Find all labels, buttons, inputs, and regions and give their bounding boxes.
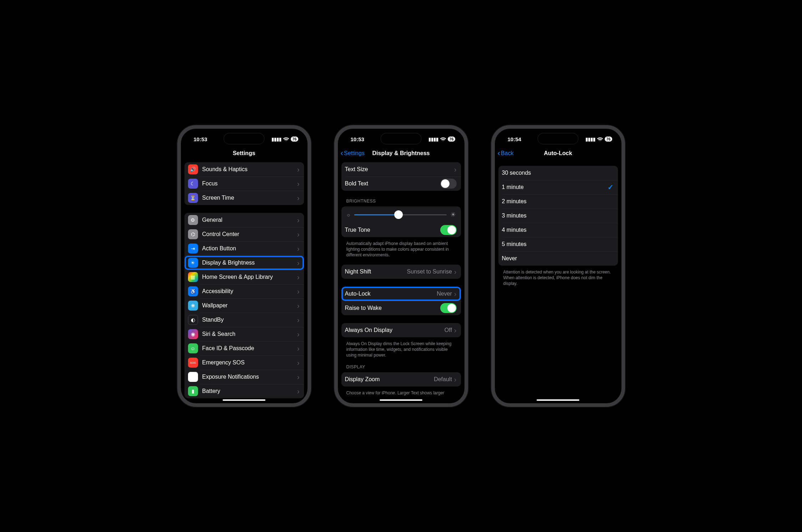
autolock-option-never[interactable]: Never [498,251,618,266]
row-label: Focus [202,180,297,187]
phone-display-brightness: 10:53 ▮▮▮▮ 76 ‹ Settings Display & Brigh… [334,125,468,407]
brightness-header: BRIGHTNESS [341,199,461,205]
settings-row-face-id-passcode[interactable]: ☺Face ID & Passcode› [184,341,304,355]
autolock-option-1-minute[interactable]: 1 minute✓ [498,180,618,194]
settings-row-emergency-sos[interactable]: SOSEmergency SOS› [184,355,304,370]
true-tone-row[interactable]: True Tone [341,223,461,237]
home-indicator[interactable] [537,399,579,401]
row-value: Default [434,376,452,383]
brightness-slider-row[interactable]: ☼ ☀ [341,206,461,223]
chevron-right-icon: › [297,259,300,266]
row-label: Action Button [202,245,297,252]
bold-text-toggle[interactable] [440,179,457,189]
row-label: Battery [202,388,297,394]
settings-row-focus[interactable]: ☾Focus› [184,177,304,191]
chevron-left-icon: ‹ [498,149,500,157]
home-indicator[interactable] [380,399,422,401]
chevron-right-icon: › [454,376,457,383]
chevron-right-icon: › [297,288,300,295]
sos-icon: SOS [188,358,198,368]
row-label: Bold Text [345,180,440,187]
hourglass-icon: ⏳ [188,193,198,203]
display-header: DISPLAY [341,364,461,371]
settings-row-display-brightness[interactable]: ☀Display & Brightness› [184,256,304,270]
chevron-left-icon: ‹ [341,149,343,157]
row-label: Night Shift [345,268,407,275]
chevron-right-icon: › [297,388,300,395]
settings-row-screen-time[interactable]: ⏳Screen Time› [184,191,304,205]
back-label: Settings [344,150,365,157]
autolock-options: 30 seconds1 minute✓2 minutes3 minutes4 m… [498,166,618,266]
option-label: 1 minute [502,184,608,190]
chevron-right-icon: › [454,327,457,334]
brightness-slider[interactable] [354,214,446,215]
autolock-option-2-minutes[interactable]: 2 minutes [498,194,618,209]
settings-row-home-screen-app-library[interactable]: ▦Home Screen & App Library› [184,270,304,284]
bold-text-row[interactable]: Bold Text [341,177,461,191]
auto-lock-row[interactable]: Auto-Lock Never › [341,287,461,301]
row-label: Display Zoom [345,376,434,383]
nav-bar: ‹ Settings Display & Brightness [338,146,465,161]
back-button[interactable]: ‹ Back [498,149,514,157]
chevron-right-icon: › [454,268,457,275]
chevron-right-icon: › [297,216,300,224]
page-title: Auto-Lock [544,150,572,157]
autolock-option-4-minutes[interactable]: 4 minutes [498,223,618,237]
wifi-icon [597,137,603,142]
row-label: Accessibility [202,288,297,295]
night-shift-group: Night Shift Sunset to Sunrise › [341,265,461,279]
exposure-icon: ✲ [188,372,198,382]
row-label: Exposure Notifications [202,374,297,380]
raise-to-wake-toggle[interactable] [440,303,457,313]
settings-row-sounds-haptics[interactable]: 🔊Sounds & Haptics› [184,162,304,177]
chevron-right-icon: › [297,194,300,201]
row-label: Wallpaper [202,302,297,309]
settings-scroll[interactable]: 🔊Sounds & Haptics›☾Focus›⏳Screen Time› ⚙… [181,161,308,403]
speaker-icon: 🔊 [188,164,198,174]
night-shift-row[interactable]: Night Shift Sunset to Sunrise › [341,265,461,279]
raise-to-wake-row[interactable]: Raise to Wake [341,301,461,315]
back-label: Back [501,150,514,157]
moon-icon: ☾ [188,179,198,189]
settings-row-action-button[interactable]: ⇥Action Button› [184,241,304,256]
settings-row-wallpaper[interactable]: ❀Wallpaper› [184,298,304,313]
row-label: Siri & Search [202,331,297,337]
row-label: Screen Time [202,195,297,201]
sun-min-icon: ☼ [346,212,351,218]
settings-row-general[interactable]: ⚙General› [184,213,304,227]
battery-icon: ▮ [188,386,198,396]
display-scroll[interactable]: Text Size › Bold Text BRIGHTNESS ☼ ☀ Tru… [338,161,465,403]
switches-icon: ⌬ [188,229,198,239]
row-label: Home Screen & App Library [202,274,297,280]
display-zoom-group: Display Zoom Default › [341,372,461,387]
wallpaper-icon: ❀ [188,301,198,311]
battery-icon: 76 [605,137,612,142]
brightness-group: ☼ ☀ True Tone [341,206,461,237]
display-zoom-row[interactable]: Display Zoom Default › [341,372,461,387]
autolock-scroll[interactable]: 30 seconds1 minute✓2 minutes3 minutes4 m… [495,161,621,403]
text-size-row[interactable]: Text Size › [341,162,461,177]
settings-row-standby[interactable]: ◐StandBy› [184,313,304,327]
option-label: Never [502,255,614,262]
autolock-option-5-minutes[interactable]: 5 minutes [498,237,618,251]
battery-icon: 76 [291,137,298,142]
back-button[interactable]: ‹ Settings [341,149,365,157]
home-indicator[interactable] [223,399,265,401]
always-on-row[interactable]: Always On Display Off › [341,323,461,337]
settings-row-control-center[interactable]: ⌬Control Center› [184,227,304,241]
status-time: 10:54 [508,136,521,142]
settings-row-exposure-notifications[interactable]: ✲Exposure Notifications› [184,370,304,384]
autolock-option-3-minutes[interactable]: 3 minutes [498,209,618,223]
settings-row-battery[interactable]: ▮Battery› [184,384,304,398]
cellular-icon: ▮▮▮▮ [428,137,438,142]
cellular-icon: ▮▮▮▮ [271,137,281,142]
row-label: Sounds & Haptics [202,166,297,173]
action-icon: ⇥ [188,244,198,254]
row-label: Display & Brightness [202,260,297,266]
settings-row-accessibility[interactable]: ♿Accessibility› [184,284,304,298]
true-tone-toggle[interactable] [440,225,457,235]
chevron-right-icon: › [297,273,300,281]
settings-row-siri-search[interactable]: ◉Siri & Search› [184,327,304,341]
dynamic-island [538,133,579,144]
autolock-option-30-seconds[interactable]: 30 seconds [498,166,618,180]
